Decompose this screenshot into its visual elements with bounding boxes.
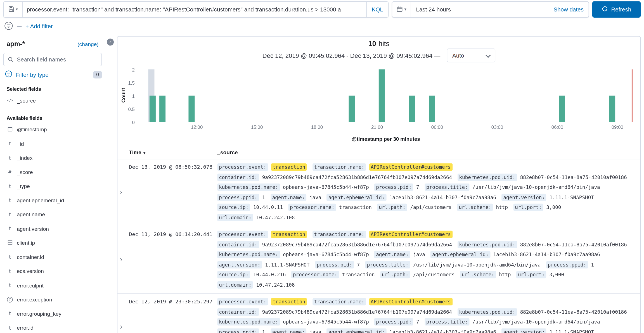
column-header-time[interactable]: Time▾ [129,149,145,156]
field-value: transaction [271,163,307,171]
field-value: java [309,194,321,200]
chevron-down-icon: ▾ [404,7,406,11]
source-field: agent.ephemeral_id: 1aceb1b3-8621-4a14-b… [327,329,496,333]
source-field: url.port: 3,000 [516,272,564,278]
y-axis-tick-label: 1 [132,94,135,99]
histogram-bar[interactable] [188,96,195,122]
refresh-button[interactable]: Refresh [592,1,641,18]
field-name: agent.version [17,226,49,232]
field-value: 1.11.1-SNAPSHOT [550,329,594,333]
field-type-icon-date [7,127,13,132]
available-fields-heading: Available fields [7,115,108,121]
expand-row-button[interactable]: › [120,297,129,333]
field-item-_index[interactable]: t_index [0,151,108,165]
query-language-button[interactable]: KQL [366,2,388,17]
filter-menu-button[interactable] [4,21,13,32]
field-key: agent.ephemeral_id: [430,251,490,258]
query-input[interactable]: processor.event: "transaction" and trans… [23,2,366,17]
field-item-agent.ephemeral_id[interactable]: tagent.ephemeral_id [0,193,108,208]
time-range-button[interactable]: Last 24 hours [411,2,549,17]
field-name: error.exception [17,296,52,303]
field-type-icon-string: t [7,184,13,189]
field-key: url.scheme: [457,204,493,211]
histogram-bar[interactable] [409,96,415,122]
field-value: opbeans-java-67845c5b44-wf87p [283,184,369,190]
field-name: @timestamp [17,127,47,133]
field-value: transaction [271,298,307,305]
field-key: processor.event: [217,298,268,305]
add-filter-button[interactable]: + Add filter [25,23,53,30]
field-item-ecs.version[interactable]: tecs.version [0,264,108,279]
field-key: url.scheme: [460,271,496,278]
field-key: transaction.name: [312,231,366,238]
field-item-_source[interactable]: </>_source [0,94,108,108]
source-field: url.path: /api/customers [377,204,452,210]
field-item-_id[interactable]: t_id [0,137,108,151]
histogram-bar[interactable] [150,96,156,122]
histogram-bar[interactable] [159,96,165,122]
field-key: transaction.name: [312,298,366,305]
field-name: error.grouping_key [17,311,61,317]
histogram-bar[interactable] [379,69,385,122]
field-item-container.id[interactable]: tcontainer.id [0,250,108,264]
source-field: process.title: /usr/lib/jvm/java-10-open… [425,319,600,325]
field-name: _id [17,141,24,147]
field-value: 1aceb1b3-8621-4a14-b307-f0a9c7aa98a6 [389,329,496,333]
field-key: agent.version: [502,194,546,201]
histogram-bar[interactable] [429,96,435,122]
histogram-bar[interactable] [349,96,355,122]
kibana-discover-app: ▾ processor.event: "transaction" and tra… [0,0,644,333]
show-dates-button[interactable]: Show dates [549,2,589,17]
field-type-icon-ip [7,240,13,246]
field-type-icon-string: t [7,212,13,217]
selected-fields-list: </>_source [0,94,108,108]
field-item-client.ip[interactable]: client.ip [0,236,108,250]
field-key: agent.name: [271,328,307,333]
histogram-plot [137,67,635,122]
field-name: agent.ephemeral_id [17,197,64,203]
search-input[interactable] [4,56,101,63]
chart-subtitle: Dec 12, 2019 @ 09:45:02.964 - Dec 13, 20… [117,48,640,62]
source-field: transaction.name: APIRestController#cust… [312,299,453,305]
field-type-icon-string: t [7,198,13,203]
field-name: _type [17,183,30,189]
field-item-agent.name[interactable]: tagent.name [0,208,108,222]
filter-count-badge: 0 [93,71,102,78]
field-item-@timestamp[interactable]: @timestamp [0,123,108,137]
source-field: kubernetes.pod.name: opbeans-java-67845c… [217,184,369,190]
expand-row-button[interactable]: › [120,162,129,222]
field-key: process.ppid: [217,194,259,201]
field-item-_type[interactable]: t_type [0,179,108,193]
field-type-icon-number: # [7,170,13,175]
field-item-_score[interactable]: #_score [0,165,108,179]
field-item-error.exception[interactable]: ?error.exception [0,292,108,307]
source-field: process.pid: 7 [315,262,360,268]
histogram-bar[interactable] [609,96,615,122]
filter-by-type-button[interactable]: Filter by type 0 [5,70,102,79]
source-field: agent.version: 1.11.1-SNAPSHOT [217,262,309,268]
field-item-agent.version[interactable]: tagent.version [0,222,108,236]
change-index-pattern-button[interactable]: (change) [77,41,98,47]
saved-query-menu-button[interactable]: ▾ [4,2,23,17]
collapse-sidebar-button[interactable]: ‹ [107,39,114,46]
field-value: 1 [262,194,265,200]
date-quick-select-button[interactable]: ▾ [392,2,411,17]
field-value: 9a92372089c79b489ca472fca528631b886d1e76… [262,242,452,248]
chart-time-range-label: Dec 12, 2019 @ 09:45:02.964 - Dec 13, 20… [262,52,441,59]
source-field: processor.name: transaction [291,272,375,278]
field-value: /usr/lib/jvm/java-10-openjdk-amd64/bin/j… [413,262,541,268]
interval-select[interactable]: Auto [447,48,495,62]
sort-descending-icon: ▾ [143,151,145,155]
expand-row-button[interactable]: › [120,229,129,290]
field-key: kubernetes.pod.name: [217,184,280,191]
histogram-bar[interactable] [559,96,565,122]
field-value: 10.47.242.108 [256,282,295,288]
field-type-icon-source: </> [7,99,13,103]
column-header-source: _source [217,149,238,156]
field-item-error.culprit[interactable]: terror.culprit [0,278,108,292]
field-item-error.grouping_key[interactable]: terror.grouping_key [0,307,108,321]
source-field: url.port: 3,000 [513,204,561,210]
field-value: 10.44.0.216 [253,272,286,278]
field-value: APIRestController#customers [369,231,452,238]
field-item-error.id[interactable]: terror.id [0,321,108,333]
